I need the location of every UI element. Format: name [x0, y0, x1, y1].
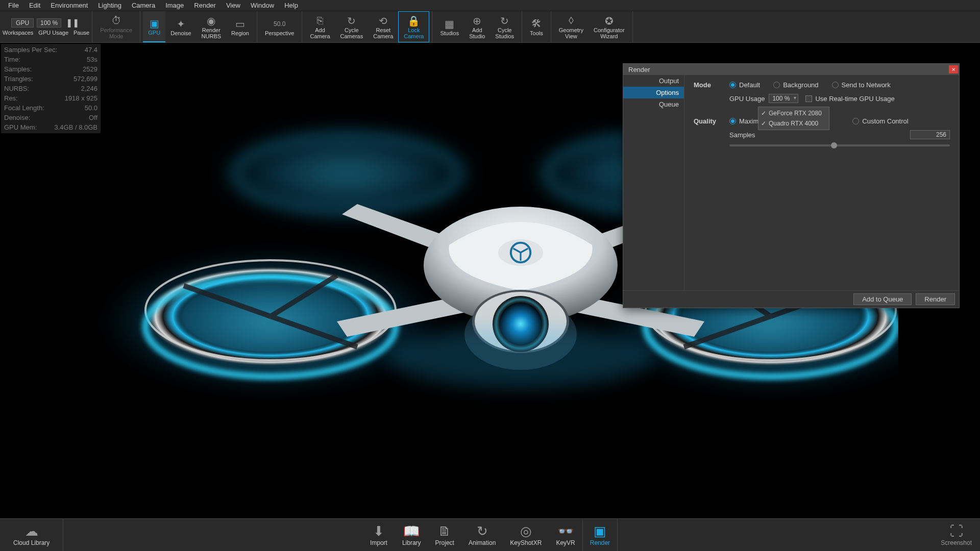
library-button[interactable]: 📖Library	[395, 519, 428, 551]
reset-camera-button[interactable]: ⟲Reset Camera	[368, 11, 398, 42]
keyshotxr-button[interactable]: ◎KeyShotXR	[503, 519, 549, 551]
menu-bar: File Edit Environment Lighting Camera Im…	[0, 0, 980, 11]
samples-slider[interactable]	[729, 144, 950, 146]
svg-point-30	[388, 327, 653, 388]
menu-lighting[interactable]: Lighting	[93, 1, 127, 10]
keyvr-button[interactable]: 👓KeyVR	[549, 519, 582, 551]
perspective-button[interactable]: 50.0Perspective	[260, 11, 299, 42]
quality-label: Quality	[694, 117, 729, 125]
radio-background[interactable]: Background	[773, 81, 818, 89]
menu-help[interactable]: Help	[279, 1, 303, 10]
menu-camera[interactable]: Camera	[127, 1, 160, 10]
gpu-option-1[interactable]: GeForce RTX 2080	[758, 108, 829, 118]
region-button[interactable]: ▭Region	[226, 11, 254, 42]
close-icon[interactable]: ✕	[949, 65, 958, 73]
lock-camera-button[interactable]: 🔒Lock Camera	[398, 11, 429, 42]
radio-default[interactable]: Default	[729, 81, 760, 89]
pause-icon[interactable]: ❚❚	[66, 18, 79, 28]
cloud-library-button[interactable]: ☁Cloud Library	[6, 519, 57, 551]
dialog-titlebar[interactable]: Render ✕	[623, 64, 959, 75]
samples-label: Samples	[729, 131, 755, 139]
pause-label[interactable]: Pause	[74, 30, 89, 36]
studios-button[interactable]: ▦Studios	[435, 11, 464, 42]
cycle-cameras-button[interactable]: ↻Cycle Cameras	[335, 11, 369, 42]
render-dialog: Render ✕ Output Options Queue Mode Defau…	[623, 63, 960, 308]
menu-image[interactable]: Image	[160, 1, 189, 10]
menu-environment[interactable]: Environment	[45, 1, 93, 10]
denoise-button[interactable]: ✦Denoise	[165, 11, 196, 42]
realtime-label: Use Real-time GPU Usage	[815, 95, 894, 103]
workspaces-label[interactable]: Workspaces	[3, 30, 33, 36]
dialog-title: Render	[628, 66, 650, 73]
gpu-usage-label2: GPU Usage	[729, 95, 765, 103]
gpu-usage-label[interactable]: GPU Usage	[38, 30, 68, 36]
screenshot-icon: ⛶	[950, 524, 963, 539]
tab-queue[interactable]: Queue	[623, 98, 684, 110]
cycle-studios-button[interactable]: ↻Cycle Studios	[490, 11, 519, 42]
add-to-queue-button[interactable]: Add to Queue	[853, 293, 912, 305]
tab-output[interactable]: Output	[623, 75, 684, 87]
tools-button[interactable]: 🛠Tools	[525, 11, 548, 42]
screenshot-button[interactable]: ⛶Screenshot	[933, 524, 980, 546]
animation-button[interactable]: ↻Animation	[461, 519, 503, 551]
import-button[interactable]: ⬇Import	[362, 519, 395, 551]
render-nurbs-button[interactable]: ◉Render NURBS	[197, 11, 227, 42]
render-button[interactable]: Render	[916, 293, 955, 305]
render-stats-overlay: Samples Per Sec:47.4 Time:53s Samples:25…	[1, 44, 101, 133]
samples-input[interactable]	[910, 130, 950, 139]
add-camera-button[interactable]: ⎘Add Camera	[305, 11, 335, 42]
gpu-button[interactable]: ▣GPU	[143, 11, 165, 42]
gpu-device-menu: GeForce RTX 2080 Quadro RTX 4000	[758, 107, 829, 130]
menu-view[interactable]: View	[221, 1, 246, 10]
gpu-percent-field[interactable]: 100 %	[37, 18, 61, 28]
toolbar-ribbon: GPU 100 % ❚❚ Workspaces GPU Usage Pause …	[0, 11, 980, 43]
menu-edit[interactable]: Edit	[24, 1, 45, 10]
menu-render[interactable]: Render	[189, 1, 221, 10]
gpu-mode-indicator[interactable]: GPU	[11, 18, 34, 28]
geometry-view-button[interactable]: ◊Geometry View	[554, 11, 589, 42]
performance-mode-button[interactable]: ⏱Performance Mode	[95, 11, 137, 42]
configurator-wizard-button[interactable]: ✪Configurator Wizard	[589, 11, 630, 42]
render-bottom-button[interactable]: ▣Render	[582, 519, 618, 551]
mode-label: Mode	[694, 81, 729, 89]
tab-options[interactable]: Options	[623, 87, 684, 98]
menu-file[interactable]: File	[3, 1, 24, 10]
dialog-tabs: Output Options Queue	[623, 75, 684, 290]
menu-window[interactable]: Window	[246, 1, 279, 10]
add-studio-button[interactable]: ⊕Add Studio	[464, 11, 490, 42]
radio-custom[interactable]: Custom Control	[852, 117, 908, 125]
realtime-checkbox[interactable]	[805, 95, 812, 102]
bottom-toolbar: ☁Cloud Library ⬇Import 📖Library 🗎Project…	[0, 518, 980, 551]
project-button[interactable]: 🗎Project	[428, 519, 461, 551]
gpu-usage-dropdown[interactable]: 100 %	[769, 94, 798, 103]
radio-network[interactable]: Send to Network	[832, 81, 891, 89]
gpu-option-2[interactable]: Quadro RTX 4000	[758, 118, 829, 129]
